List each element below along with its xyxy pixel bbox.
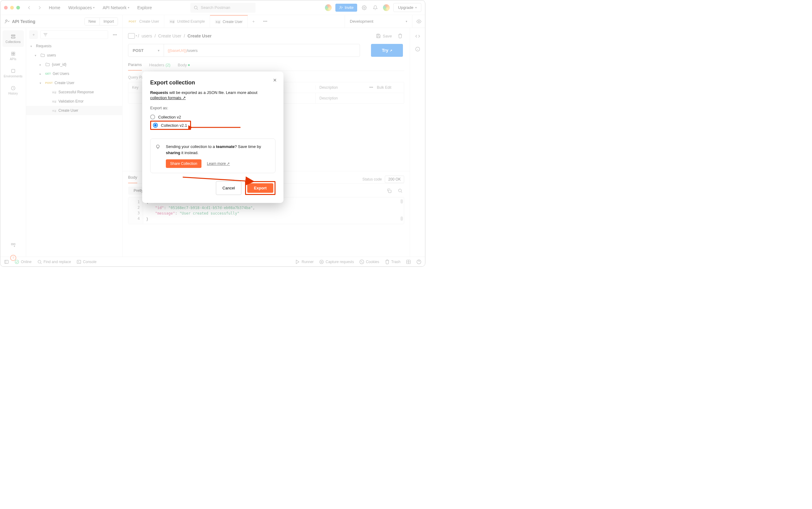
modal-close-button[interactable] [272, 78, 277, 83]
annotation-highlight-v21: Collection v2.1 [150, 121, 191, 130]
modal-title: Export collection [150, 79, 275, 86]
export-as-label: Export as: [150, 106, 275, 110]
learn-more-link[interactable]: Learn more ↗ [207, 162, 230, 166]
collection-formats-link[interactable]: collection formats ↗ [150, 96, 186, 100]
radio-icon [150, 114, 155, 120]
modal-footer: Cancel Export [150, 181, 275, 195]
radio-collection-v2[interactable]: Collection v2 [150, 113, 275, 121]
modal-description: Requests will be exported as a JSON file… [150, 90, 275, 95]
cancel-button[interactable]: Cancel [216, 181, 241, 195]
lightbulb-icon [155, 144, 162, 150]
tip-text: Sending your collection to a teammate? S… [166, 144, 270, 168]
share-collection-button[interactable]: Share Collection [166, 159, 201, 168]
radio-icon [153, 123, 158, 128]
radio-collection-v21[interactable]: Collection v2.1 [153, 123, 187, 128]
export-button[interactable]: Export [247, 183, 273, 193]
share-tip-box: Sending your collection to a teammate? S… [150, 138, 275, 173]
annotation-highlight-export: Export [245, 181, 275, 195]
export-collection-modal: Export collection Requests will be expor… [142, 71, 284, 203]
